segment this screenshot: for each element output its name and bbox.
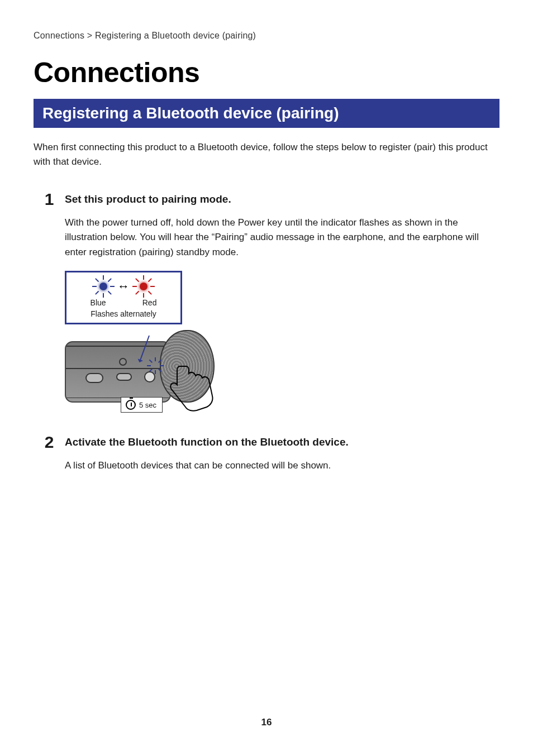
led-red-icon [135,278,152,295]
led-red-label: Red [142,298,157,307]
hand-press-icon [163,363,219,414]
step-2: 2 Activate the Bluetooth function on the… [34,434,499,484]
pairing-illustration: ↔ Blue Red Flashes alternately [65,271,499,414]
step-1-text: With the power turned off, hold down the… [65,216,499,260]
step-1-number: 1 [34,191,65,208]
section-heading: Registering a Bluetooth device (pairing) [34,99,499,128]
step-1: 1 Set this product to pairing mode. With… [34,191,499,428]
hold-duration-label: 5 sec [139,401,156,409]
press-flash-icon [149,359,162,372]
intro-text: When first connecting this product to a … [34,140,499,169]
step-1-heading: Set this product to pairing mode. [65,191,499,205]
step-2-heading: Activate the Bluetooth function on the B… [65,434,499,448]
device-illustration: 5 sec [65,330,221,414]
alternate-arrow-icon: ↔ [117,279,130,294]
indicator-callout: ↔ Blue Red Flashes alternately [65,271,182,324]
timer-icon [126,400,136,410]
hold-duration-box: 5 sec [121,397,163,413]
step-2-text: A list of Bluetooth devices that can be … [65,458,499,473]
step-2-number: 2 [34,434,65,451]
led-blue-icon [95,278,112,295]
page-title: Connections [34,56,499,89]
flashes-alternately-label: Flashes alternately [72,309,175,318]
page-number: 16 [0,717,533,728]
led-blue-label: Blue [91,298,106,307]
breadcrumb: Connections > Registering a Bluetooth de… [34,31,499,41]
